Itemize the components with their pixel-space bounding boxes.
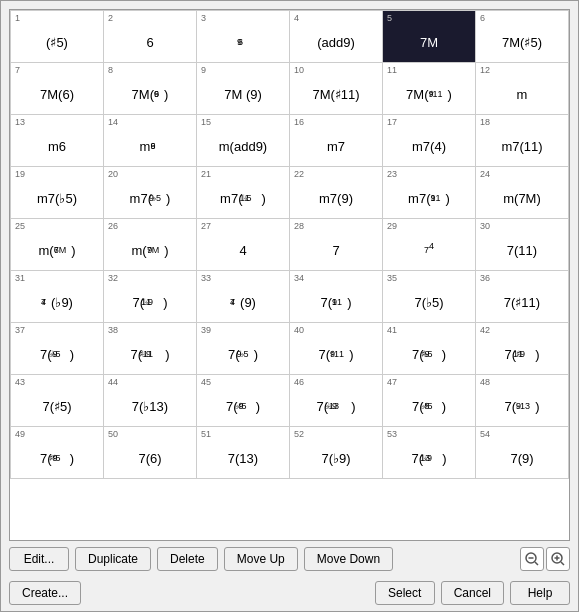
cell-number: 14 <box>108 117 192 128</box>
chord-cell-42[interactable]: 427(♯911) <box>476 323 569 375</box>
chord-cell-17[interactable]: 17m7(4) <box>383 115 476 167</box>
cell-label: m7(♭5) <box>15 182 99 215</box>
chord-cell-41[interactable]: 417(♭5♯9) <box>383 323 476 375</box>
cell-label: 7 <box>294 234 378 267</box>
chord-cell-38[interactable]: 387(♭9♯11) <box>104 323 197 375</box>
chord-cell-52[interactable]: 527(♭9) <box>290 427 383 479</box>
cell-label: 7(♯5) <box>15 390 99 423</box>
chord-cell-39[interactable]: 397(♭59) <box>197 323 290 375</box>
cell-number: 36 <box>480 273 564 284</box>
chord-cell-33[interactable]: 3374(9) <box>197 271 290 323</box>
chord-cell-32[interactable]: 327(♭911) <box>104 271 197 323</box>
chord-cell-37[interactable]: 377(♭5♭9) <box>11 323 104 375</box>
chord-cell-10[interactable]: 107M(♯11) <box>290 63 383 115</box>
chord-cell-45[interactable]: 457(♯5♭9) <box>197 375 290 427</box>
move-up-button[interactable]: Move Up <box>224 547 298 571</box>
chord-cell-19[interactable]: 19m7(♭5) <box>11 167 104 219</box>
chord-cell-27[interactable]: 274 <box>197 219 290 271</box>
chord-cell-48[interactable]: 487(9♭13) <box>476 375 569 427</box>
chord-cell-7[interactable]: 77M(6) <box>11 63 104 115</box>
chord-cell-49[interactable]: 497(♯5♯9) <box>11 427 104 479</box>
action-buttons-row1: Edit... Duplicate Delete Move Up Move Do… <box>1 541 578 577</box>
cell-label: 7M(6) <box>15 78 99 111</box>
cell-label: 7(♭9♭13) <box>294 390 378 423</box>
create-button[interactable]: Create... <box>9 581 81 605</box>
select-button[interactable]: Select <box>375 581 435 605</box>
chord-cell-47[interactable]: 477(♯5♭5) <box>383 375 476 427</box>
cell-label: 7(♭5) <box>387 286 471 319</box>
chord-cell-2[interactable]: 26 <box>104 11 197 63</box>
cell-number: 37 <box>15 325 99 336</box>
cell-number: 4 <box>294 13 378 24</box>
chord-cell-22[interactable]: 22m7(9) <box>290 167 383 219</box>
cell-number: 50 <box>108 429 192 440</box>
chord-cell-36[interactable]: 367(♯11) <box>476 271 569 323</box>
cell-label: 7(♯11) <box>480 286 564 319</box>
cell-number: 52 <box>294 429 378 440</box>
chord-cell-44[interactable]: 447(♭13) <box>104 375 197 427</box>
chord-cell-13[interactable]: 13m6 <box>11 115 104 167</box>
chord-cell-53[interactable]: 537(♭913) <box>383 427 476 479</box>
cancel-button[interactable]: Cancel <box>441 581 504 605</box>
cell-label: m <box>480 78 564 111</box>
cell-number: 53 <box>387 429 471 440</box>
chord-cell-35[interactable]: 357(♭5) <box>383 271 476 323</box>
chord-cell-30[interactable]: 307(11) <box>476 219 569 271</box>
cell-number: 32 <box>108 273 192 284</box>
chord-cell-9[interactable]: 97M (9) <box>197 63 290 115</box>
cell-number: 35 <box>387 273 471 284</box>
chord-cell-23[interactable]: 23m7(911) <box>383 167 476 219</box>
zoom-out-button[interactable] <box>520 547 544 571</box>
chord-cell-3[interactable]: 369 <box>197 11 290 63</box>
chord-cell-1[interactable]: 1(♯5) <box>11 11 104 63</box>
chord-cell-50[interactable]: 507(6) <box>104 427 197 479</box>
chord-cell-14[interactable]: 14m69 <box>104 115 197 167</box>
cell-number: 23 <box>387 169 471 180</box>
chord-cell-18[interactable]: 18m7(11) <box>476 115 569 167</box>
cell-number: 39 <box>201 325 285 336</box>
chord-cell-25[interactable]: 25m(67M) <box>11 219 104 271</box>
zoom-in-button[interactable] <box>546 547 570 571</box>
cell-number: 30 <box>480 221 564 232</box>
move-down-button[interactable]: Move Down <box>304 547 393 571</box>
chord-cell-8[interactable]: 87M(69) <box>104 63 197 115</box>
duplicate-button[interactable]: Duplicate <box>75 547 151 571</box>
chord-cell-40[interactable]: 407(9♯11) <box>290 323 383 375</box>
chord-cell-29[interactable]: 2974 <box>383 219 476 271</box>
cell-label: 74(♭9) <box>15 286 99 319</box>
delete-button[interactable]: Delete <box>157 547 218 571</box>
chord-cell-43[interactable]: 437(♯5) <box>11 375 104 427</box>
chord-cell-4[interactable]: 4(add9) <box>290 11 383 63</box>
chord-cell-31[interactable]: 3174(♭9) <box>11 271 104 323</box>
chord-cell-34[interactable]: 347(911) <box>290 271 383 323</box>
chord-cell-6[interactable]: 67M(♯5) <box>476 11 569 63</box>
cell-label: 7(911) <box>294 286 378 319</box>
cell-number: 33 <box>201 273 285 284</box>
chord-cell-11[interactable]: 117M(9♯11) <box>383 63 476 115</box>
chord-grid-container[interactable]: 1(♯5)263694(add9)57M67M(♯5)77M(6)87M(69)… <box>9 9 570 541</box>
chord-cell-54[interactable]: 547(9) <box>476 427 569 479</box>
chord-cell-12[interactable]: 12m <box>476 63 569 115</box>
action-buttons-row2: Create... Select Cancel Help <box>1 577 578 611</box>
cell-number: 9 <box>201 65 285 76</box>
cell-number: 42 <box>480 325 564 336</box>
chord-cell-15[interactable]: 15m(add9) <box>197 115 290 167</box>
chord-cell-21[interactable]: 21m7(♭511) <box>197 167 290 219</box>
chord-cell-26[interactable]: 26m(7M9) <box>104 219 197 271</box>
cell-label: m7(♭511) <box>201 182 285 215</box>
chord-cell-5[interactable]: 57M <box>383 11 476 63</box>
chord-cell-46[interactable]: 467(♭9♭13) <box>290 375 383 427</box>
cell-label: m6 <box>15 130 99 163</box>
cell-number: 31 <box>15 273 99 284</box>
cell-number: 48 <box>480 377 564 388</box>
help-button[interactable]: Help <box>510 581 570 605</box>
chord-cell-16[interactable]: 16m7 <box>290 115 383 167</box>
edit-button[interactable]: Edit... <box>9 547 69 571</box>
chord-cell-24[interactable]: 24m(7M) <box>476 167 569 219</box>
chord-cell-51[interactable]: 517(13) <box>197 427 290 479</box>
cell-label: 7(♭5♭9) <box>15 338 99 371</box>
chord-cell-20[interactable]: 20m7(♭59) <box>104 167 197 219</box>
chord-cell-28[interactable]: 287 <box>290 219 383 271</box>
cell-label: 4 <box>201 234 285 267</box>
cell-label: 7M <box>387 26 471 59</box>
